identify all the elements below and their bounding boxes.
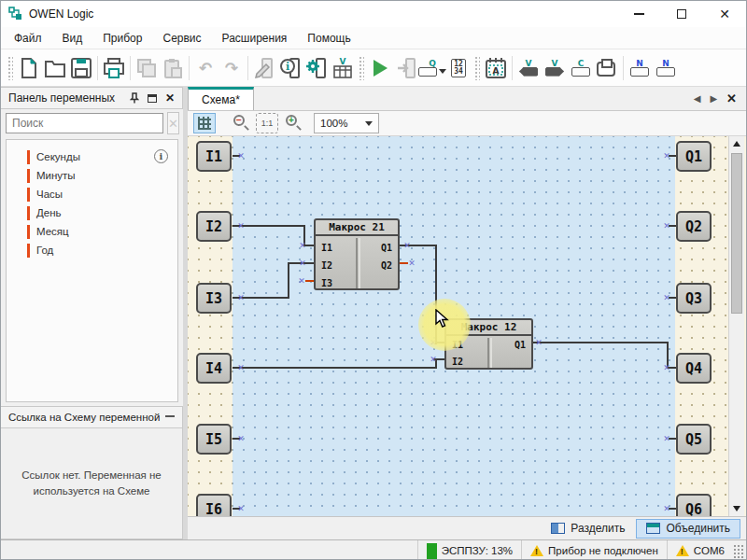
device-information-button[interactable]: i [277,55,303,81]
pin-marker[interactable]: ✕ [663,293,670,302]
tab-schema[interactable]: Схема* [188,87,254,110]
network-input-button[interactable]: N [627,55,653,81]
variable-item[interactable]: Год [7,241,177,259]
input-block-i5[interactable]: I5 [196,424,232,455]
redo-button[interactable]: ↷ [218,55,245,81]
tab-scroll-left-icon[interactable]: ◀ [694,93,701,104]
pin-marker[interactable]: ✕ [663,221,670,231]
resize-grip[interactable] [733,544,744,559]
copy-button[interactable] [134,55,160,81]
pin-icon[interactable] [130,92,139,104]
scrollbar-thumb[interactable] [731,153,742,314]
float-window-icon[interactable] [148,94,157,103]
pin-marker[interactable]: ✕ [430,355,437,364]
pin-marker[interactable]: ✕ [237,293,245,302]
scroll-up-icon[interactable] [733,141,740,147]
schema-canvas[interactable]: I1 I2 I3 I4 I5 I6 Q1 Q2 Q3 Q4 Q5 Q6 [188,136,746,516]
pin-marker[interactable]: ✕ [663,363,670,372]
wire-segment[interactable] [533,342,669,343]
toolbar-grip[interactable] [474,56,480,80]
pin-marker[interactable]: ✕ [663,434,670,443]
device-configuration-button[interactable] [303,55,330,81]
input-block-i6[interactable]: I6 [196,494,232,516]
pin-marker[interactable]: ✕ [237,363,245,372]
print-button[interactable] [101,55,127,81]
zoom-level-combo[interactable]: 100% [314,113,379,133]
close-panel-icon[interactable]: ✕ [165,92,175,104]
toolbar-grip[interactable] [359,56,364,80]
menu-device[interactable]: Прибор [103,32,142,45]
split-view-button[interactable]: Разделить [542,519,634,539]
output-block-q4[interactable]: Q4 [676,353,712,384]
pin-marker[interactable]: ✕ [408,259,416,268]
menu-view[interactable]: Вид [63,32,83,45]
search-input[interactable] [6,113,163,133]
retain-memory-button[interactable] [594,55,620,81]
toggle-grid-button[interactable] [193,113,216,133]
toolbar-grip[interactable] [7,56,13,80]
variable-item[interactable]: Месяц [7,222,177,241]
pin-marker[interactable]: ✕ [403,241,411,250]
pin-marker[interactable]: ✕ [299,241,306,250]
input-block-i4[interactable]: I4 [196,353,232,384]
pin-marker[interactable]: ✕ [299,259,306,268]
pin-marker[interactable]: ✕ [663,504,670,513]
macro-block-21[interactable]: Макрос 21 I1 I2 I3 Q1 Q2 [314,218,400,290]
constant-block-button[interactable]: C [568,55,594,81]
menu-help[interactable]: Помощь [307,32,350,45]
com-port-status[interactable]: COM6 [667,540,733,560]
variable-item[interactable]: Часы [7,185,177,203]
close-button[interactable]: ✕ [703,1,746,27]
merge-view-button[interactable]: Объединить [636,519,740,539]
output-block-q1[interactable]: Q1 [676,141,712,172]
online-debug-button[interactable] [393,55,419,81]
insert-output-block-button[interactable]: Q [419,55,445,81]
zoom-in-button[interactable]: + [283,113,303,133]
undo-button[interactable]: ↶ [192,55,218,81]
tab-scroll-right-icon[interactable]: ▶ [710,93,717,104]
pin-marker[interactable]: ✕ [535,338,543,347]
output-block-q3[interactable]: Q3 [676,283,712,314]
variable-item[interactable]: Минуты [7,166,177,185]
pin-marker[interactable]: ✕ [237,221,245,231]
maximize-button[interactable] [660,1,703,27]
scroll-down-icon[interactable] [733,506,740,511]
minimize-button[interactable] [617,1,660,27]
output-block-q6[interactable]: Q6 [676,494,712,516]
pin-marker[interactable]: ✕ [237,434,245,443]
network-output-button[interactable]: N [653,55,679,81]
output-variable-button[interactable]: V [542,55,568,81]
input-block-i1[interactable]: I1 [196,141,232,172]
display-block-button[interactable]: 1234 [445,55,472,81]
write-to-device-button[interactable] [251,55,277,81]
input-block-i2[interactable]: I2 [196,211,232,242]
paste-button[interactable] [160,55,186,81]
output-block-q2[interactable]: Q2 [676,211,712,242]
open-project-button[interactable] [42,55,68,81]
vertical-scrollbar[interactable] [728,136,744,516]
pin-marker[interactable]: ✕ [237,504,245,513]
zoom-reset-button[interactable]: 1:1 [256,113,278,133]
input-block-i3[interactable]: I3 [196,283,232,314]
wire-segment[interactable] [288,262,289,299]
menu-file[interactable]: Файл [14,32,42,45]
pin-marker[interactable]: ✕ [237,151,245,161]
variable-item[interactable]: День [7,203,177,222]
output-block-q5[interactable]: Q5 [676,424,712,455]
menu-service[interactable]: Сервис [162,32,201,45]
clear-search-button[interactable]: ✕ [167,112,179,134]
new-document-button[interactable] [16,55,42,81]
save-button[interactable] [68,55,94,81]
pin-marker[interactable]: ✕ [298,276,305,286]
variables-table-button[interactable]: V [330,55,356,81]
clock-block-button[interactable]: A [483,55,509,81]
collapse-icon[interactable] [165,415,175,419]
variable-item[interactable]: Секунды [7,147,177,166]
start-simulation-button[interactable] [367,55,393,81]
info-icon[interactable] [154,149,168,163]
pin-marker[interactable]: ✕ [663,151,670,161]
wire-segment[interactable] [233,367,437,369]
zoom-out-button[interactable]: − [231,113,251,133]
input-variable-button[interactable]: V [515,55,542,81]
menu-extensions[interactable]: Расширения [222,32,288,45]
